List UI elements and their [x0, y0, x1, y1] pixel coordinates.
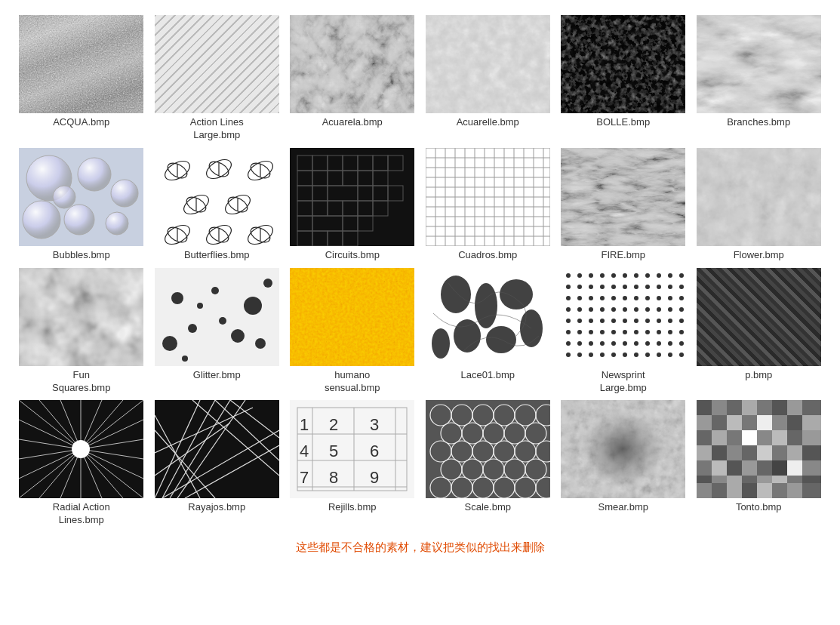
item-bolle[interactable]: BOLLE.bmp [557, 15, 690, 142]
item-glitter[interactable]: Glitter.bmp [151, 268, 284, 395]
svg-point-204 [645, 353, 650, 357]
thumb-lace [426, 268, 550, 366]
svg-point-124 [611, 273, 616, 278]
svg-point-164 [566, 319, 571, 323]
thumb-smear [561, 400, 685, 498]
item-rayajos[interactable]: Rayajos.bmp [151, 400, 284, 527]
svg-rect-328 [712, 460, 727, 476]
svg-point-185 [679, 330, 684, 334]
svg-rect-314 [742, 430, 757, 445]
svg-rect-303 [697, 415, 712, 430]
svg-point-153 [566, 307, 571, 312]
thumb-butterflies [155, 148, 279, 246]
main-container: ACQUA.bmp Action LinesLarge.bmp Acuarela… [8, 8, 832, 562]
svg-point-121 [577, 273, 582, 278]
svg-point-132 [577, 285, 582, 289]
svg-point-165 [577, 319, 582, 323]
svg-point-184 [668, 330, 672, 334]
svg-rect-329 [727, 460, 742, 476]
svg-point-231 [72, 440, 90, 458]
svg-point-168 [611, 319, 616, 323]
svg-rect-298 [742, 400, 757, 415]
item-radial[interactable]: Radial ActionLines.bmp [15, 400, 148, 527]
item-rejills[interactable]: 123 456 789 Rejills.bmp [286, 400, 419, 527]
item-circuits[interactable]: Circuits.bmp [286, 148, 419, 262]
svg-point-146 [611, 296, 616, 300]
svg-point-12 [53, 186, 75, 208]
thumb-acuarelle [426, 15, 550, 113]
svg-point-189 [600, 341, 605, 346]
svg-point-139 [657, 285, 661, 289]
svg-point-203 [634, 353, 638, 357]
svg-rect-334 [802, 460, 821, 476]
label-cuadros: Cuadros.bmp [458, 249, 517, 262]
svg-point-181 [634, 330, 638, 334]
svg-point-133 [589, 285, 593, 289]
label-newsprint: NewsprintLarge.bmp [600, 369, 647, 395]
svg-point-190 [611, 341, 616, 346]
svg-rect-313 [727, 430, 742, 445]
svg-rect-304 [712, 415, 727, 430]
item-acuarela[interactable]: Acuarela.bmp [286, 15, 419, 142]
svg-point-182 [645, 330, 650, 334]
label-acuarelle: Acuarelle.bmp [457, 116, 519, 129]
item-newsprint[interactable]: NewsprintLarge.bmp [557, 268, 690, 395]
item-branches[interactable]: Branches.bmp [693, 15, 826, 142]
svg-point-101 [188, 324, 197, 333]
item-actionlines[interactable]: Action LinesLarge.bmp [151, 15, 284, 142]
item-butterflies[interactable]: Butterflies.bmp [151, 148, 284, 262]
item-smear[interactable]: Smear.bmp [557, 400, 690, 527]
thumb-bubbles [19, 148, 143, 246]
svg-rect-330 [742, 460, 757, 476]
thumb-glitter [155, 268, 279, 366]
thumb-scale [426, 400, 550, 498]
item-acqua[interactable]: ACQUA.bmp [15, 15, 148, 142]
svg-rect-312 [712, 430, 727, 445]
svg-rect-310 [802, 415, 821, 430]
svg-rect-333 [787, 460, 802, 476]
label-flower: Flower.bmp [734, 249, 784, 262]
svg-point-125 [623, 273, 627, 278]
svg-rect-323 [757, 445, 772, 460]
item-pbmp[interactable]: p.bmp [693, 268, 826, 395]
thumb-radial [19, 400, 143, 498]
item-funsquares[interactable]: FunSquares.bmp [15, 268, 148, 395]
svg-rect-1 [290, 15, 414, 113]
item-acuarelle[interactable]: Acuarelle.bmp [422, 15, 555, 142]
item-fire[interactable]: FIRE.bmp [557, 148, 690, 262]
label-radial: Radial ActionLines.bmp [53, 501, 110, 527]
thumb-branches [697, 15, 821, 113]
item-lace[interactable]: Lace01.bmp [422, 268, 555, 395]
label-funsquares: FunSquares.bmp [52, 369, 110, 395]
svg-point-123 [600, 273, 605, 278]
item-humano[interactable]: humanosensual.bmp [286, 268, 419, 395]
svg-point-113 [475, 283, 497, 328]
thumb-bolle [561, 15, 685, 113]
svg-point-136 [623, 285, 627, 289]
svg-rect-324 [772, 445, 787, 460]
item-tonto[interactable]: Tonto.bmp [693, 400, 826, 527]
svg-rect-301 [787, 400, 802, 415]
footer-note: 这些都是不合格的素材，建议把类似的找出来删除 [8, 540, 832, 562]
svg-point-178 [600, 330, 605, 334]
svg-point-137 [634, 285, 638, 289]
item-scale[interactable]: Scale.bmp [422, 400, 555, 527]
thumb-rejills: 123 456 789 [290, 400, 414, 498]
svg-rect-296 [712, 400, 727, 415]
svg-rect-95 [697, 148, 821, 246]
svg-rect-348 [772, 483, 787, 498]
svg-point-140 [668, 285, 672, 289]
label-circuits: Circuits.bmp [325, 249, 380, 262]
svg-rect-96 [19, 268, 143, 366]
svg-rect-325 [787, 445, 802, 460]
item-flower[interactable]: Flower.bmp [693, 148, 826, 262]
svg-point-104 [255, 338, 266, 349]
svg-rect-263 [426, 400, 550, 498]
svg-rect-302 [802, 400, 821, 415]
item-cuadros[interactable]: Cuadros.bmp [422, 148, 555, 262]
svg-rect-2 [426, 15, 550, 113]
svg-point-183 [657, 330, 661, 334]
svg-rect-297 [727, 400, 742, 415]
item-bubbles[interactable]: Bubbles.bmp [15, 148, 148, 262]
label-acqua: ACQUA.bmp [53, 116, 109, 129]
